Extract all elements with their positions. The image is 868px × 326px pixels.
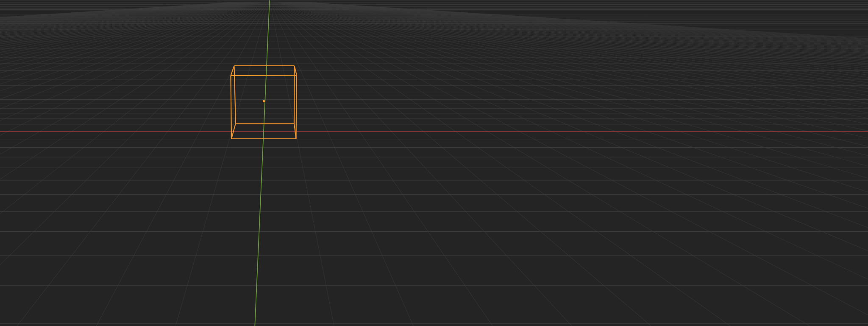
- y-axis-line: [255, 0, 270, 326]
- grid-depth-lines: [0, 3, 868, 326]
- grid-across-lines: [0, 5, 868, 323]
- scene-svg: [0, 0, 868, 326]
- object-origin-dot[interactable]: [263, 100, 265, 102]
- 3d-viewport[interactable]: [0, 0, 868, 326]
